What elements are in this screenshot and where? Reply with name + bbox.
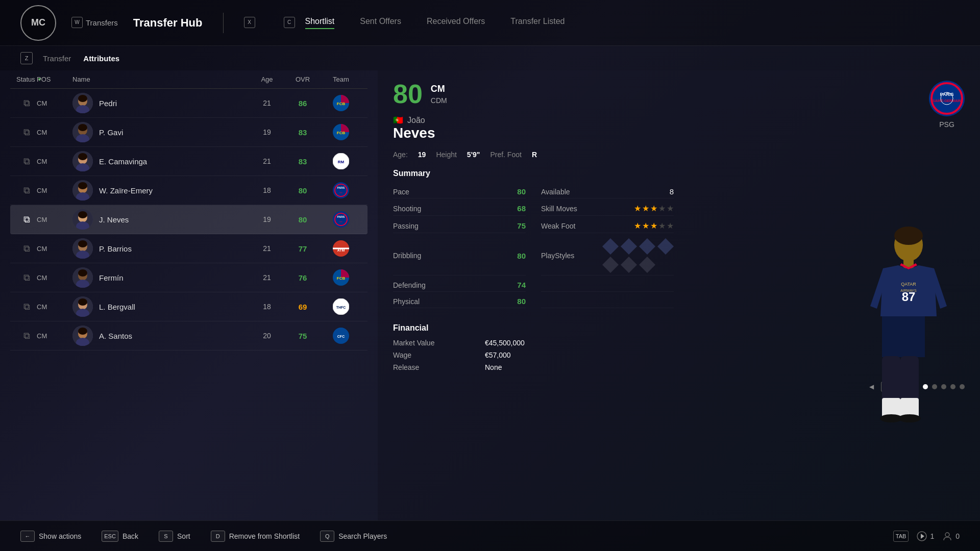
bottom-actions: ←Show actionsESCBackSSortDRemove from Sh… <box>20 531 873 542</box>
bottom-action-back[interactable]: ESCBack <box>102 531 138 542</box>
height-label: Height <box>436 151 456 159</box>
playstyle-icon-5 <box>602 257 619 273</box>
col-pos: POS <box>37 76 72 83</box>
scout-icon: ⧉ <box>16 156 37 167</box>
player-avatar <box>72 122 93 142</box>
bottom-action-search-players[interactable]: QSearch Players <box>320 531 387 542</box>
bottom-action-show-actions[interactable]: ←Show actions <box>20 531 81 542</box>
stat-right-empty <box>541 295 674 308</box>
count2: 0 <box>955 532 960 540</box>
action-key: Q <box>320 531 334 542</box>
nav-tab-shortlist[interactable]: Shortlist <box>305 17 335 29</box>
player-name-cell: W. Zaïre-Emery <box>72 180 249 201</box>
player-last-name: Neves <box>393 125 537 141</box>
action-key: S <box>159 531 173 542</box>
player-ovr: 83 <box>285 128 321 137</box>
tab-badge: TAB <box>893 531 909 542</box>
nav-transfers[interactable]: W Transfers <box>71 17 118 29</box>
stat-right-available: Available8 <box>541 185 674 198</box>
player-row[interactable]: ⧉ CM P. Gavi 19 83 FCB <box>10 118 368 147</box>
fin-label-release: Release <box>393 363 485 371</box>
player-row[interactable]: ⧉ CM A. Santos 20 75 CFC <box>10 321 368 350</box>
star: ★ <box>667 221 674 231</box>
action-label: Show actions <box>39 532 81 540</box>
player-row[interactable]: ⧉ CM P. Barrios 21 77 ATM <box>10 234 368 263</box>
player-ovr: 75 <box>285 332 321 340</box>
stat-value: 74 <box>517 281 526 289</box>
player-avatar <box>72 209 93 230</box>
count1: 1 <box>930 532 934 540</box>
nav-tab-sent-offers[interactable]: Sent Offers <box>360 17 401 29</box>
player-position: CM <box>37 129 72 136</box>
sub-tab-attributes[interactable]: Attributes <box>83 54 119 63</box>
nav-tab-received-offers[interactable]: Received Offers <box>427 17 485 29</box>
fin-label-market-value: Market Value <box>393 339 485 347</box>
sub-tab-transfer[interactable]: Transfer <box>43 54 71 63</box>
player-age: 20 <box>249 332 285 340</box>
player-team: FCB <box>321 95 361 111</box>
stat-right-weak-foot: Weak Foot★★★★★ <box>541 219 674 233</box>
player-team: THFC <box>321 298 361 315</box>
stat-label-right: Weak Foot <box>541 222 575 230</box>
playstyle-icon-7 <box>639 257 655 273</box>
svg-point-14 <box>78 153 87 160</box>
playstyle-icon-2 <box>621 238 637 255</box>
player-row[interactable]: ⧉ CM J. Neves 19 80 PARISSG <box>10 205 368 234</box>
player-row[interactable]: ⧉ CM E. Camavinga 21 83 RM <box>10 147 368 176</box>
svg-text:RM: RM <box>338 160 345 164</box>
pos-main: CM <box>431 84 447 94</box>
svg-text:AIRWAYS: AIRWAYS <box>900 289 917 292</box>
player-name: A. Santos <box>99 332 132 340</box>
arrow-icon <box>917 531 927 541</box>
stat-label: Pace <box>393 188 409 196</box>
player-name-cell: L. Bergvall <box>72 296 249 317</box>
player-row[interactable]: ⧉ CM W. Zaïre-Emery 18 80 PARISSG <box>10 176 368 205</box>
player-name-cell: E. Camavinga <box>72 151 249 171</box>
nav-transfer-hub: Transfer Hub <box>133 16 203 30</box>
stat-value-right: 8 <box>670 187 674 196</box>
key-x-badge: X <box>244 17 255 28</box>
svg-point-54 <box>78 328 87 335</box>
pos-alt: CDM <box>431 96 447 105</box>
scout-icon: ⧉ <box>16 214 37 225</box>
scout-icon: ⧉ <box>16 302 37 312</box>
bottom-action-remove-from-shortlist[interactable]: DRemove from Shortlist <box>211 531 300 542</box>
action-label: Remove from Shortlist <box>229 532 300 540</box>
player-position: CM <box>37 303 72 311</box>
player-row[interactable]: ⧉ CM Fermín 21 76 FCB <box>10 263 368 292</box>
count2-item: 0 <box>942 531 960 541</box>
player-team: CFC <box>321 328 361 344</box>
player-ovr: 86 <box>285 99 321 108</box>
player-ovr: 77 <box>285 244 321 253</box>
nav-tab-transfer-listed[interactable]: Transfer Listed <box>510 17 565 29</box>
key-z-badge: Z <box>20 52 33 64</box>
player-name-cell: J. Neves <box>72 209 249 230</box>
player-age: 18 <box>249 186 285 194</box>
player-team: FCB <box>321 124 361 140</box>
player-model-area: 87 QATAR AIRWAYS <box>837 70 980 480</box>
svg-point-28 <box>78 211 87 218</box>
player-avatar <box>72 267 93 288</box>
content-area: Status ▼ POS Name Age OVR Team ⧉ CM <box>0 70 980 520</box>
player-name-cell: P. Gavi <box>72 122 249 142</box>
svg-point-78 <box>945 533 949 537</box>
player-ovr: 83 <box>285 157 321 166</box>
svg-point-8 <box>78 124 87 131</box>
main-nav-tabs: ShortlistSent OffersReceived OffersTrans… <box>305 17 565 29</box>
nav-tabs: X C <box>244 17 305 29</box>
player-meta: Age: 19 Height 5'9" Pref. Foot R <box>393 151 537 159</box>
player-position: CM <box>37 99 72 107</box>
count1-item: 1 <box>917 531 934 541</box>
table-header: Status ▼ POS Name Age OVR Team <box>10 70 368 89</box>
player-ovr: 80 <box>285 215 321 224</box>
player-ovr: 76 <box>285 273 321 282</box>
svg-text:THFC: THFC <box>336 306 346 309</box>
player-list-panel: Status ▼ POS Name Age OVR Team ⧉ CM <box>0 70 378 520</box>
player-ovr: 80 <box>285 186 321 195</box>
player-row[interactable]: ⧉ CM L. Bergvall 18 69 THFC <box>10 292 368 321</box>
playstyle-icon-3 <box>639 238 655 255</box>
player-row[interactable]: ⧉ CM Pedri 21 86 FCB <box>10 89 368 118</box>
stat-shooting: Shooting68 <box>393 202 526 216</box>
bottom-action-sort[interactable]: SSort <box>159 531 190 542</box>
stars: ★★★★★ <box>634 221 674 231</box>
